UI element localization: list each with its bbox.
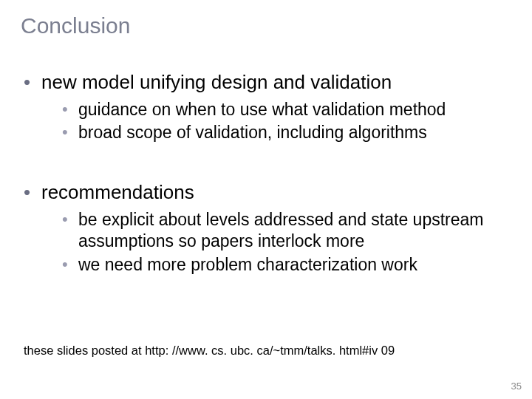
sub-bullet-list: be explicit about levels addressed and s… [41, 209, 511, 276]
bullet-text: new model unifying design and validation [41, 71, 392, 93]
sub-bullet-item: we need more problem characterization wo… [61, 254, 511, 276]
footnote: these slides posted at http: //www. cs. … [24, 344, 395, 358]
bullet-item: new model unifying design and validation… [21, 70, 511, 143]
sub-bullet-item: be explicit about levels addressed and s… [61, 209, 511, 253]
slide-body: new model unifying design and validation… [21, 70, 511, 280]
sub-bullet-item: broad scope of validation, including alg… [61, 122, 511, 143]
bullet-list: recommendations be explicit about levels… [21, 180, 511, 276]
bullet-list: new model unifying design and validation… [21, 70, 511, 143]
bullet-text: recommendations [41, 181, 194, 203]
sub-bullet-item: guidance on when to use what validation … [61, 99, 511, 120]
slide: Conclusion new model unifying design and… [0, 0, 532, 399]
page-number: 35 [511, 381, 522, 392]
sub-bullet-list: guidance on when to use what validation … [41, 99, 511, 144]
spacer [21, 148, 511, 180]
slide-title: Conclusion [21, 13, 130, 38]
bullet-item: recommendations be explicit about levels… [21, 180, 511, 276]
